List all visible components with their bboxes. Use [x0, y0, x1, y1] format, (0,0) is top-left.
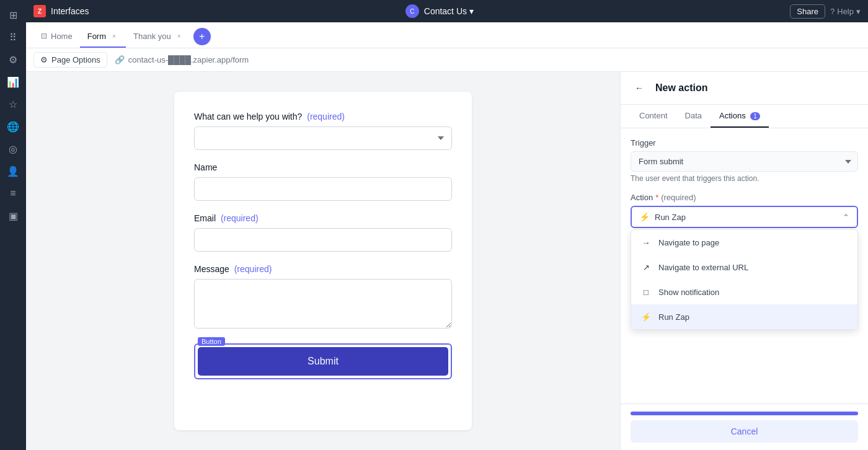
- field-help-with-select[interactable]: [194, 126, 452, 150]
- button-tag: Button: [198, 337, 225, 346]
- panel-tabs: Content Data Actions 1: [621, 105, 868, 128]
- action-dropdown: → Navigate to page ↗ Navigate to externa…: [631, 229, 858, 330]
- tab-thankyou-close[interactable]: ×: [175, 32, 184, 40]
- action-group: Action * (required) ⚡ Run Zap ⌃: [631, 193, 858, 228]
- navigate-url-icon: ↗: [640, 261, 652, 273]
- dropdown-item-navigate-page[interactable]: → Navigate to page: [631, 230, 857, 255]
- field-help-with: What can we help you with? (required): [194, 112, 452, 150]
- sidebar-grid-icon[interactable]: ⠿: [3, 27, 23, 47]
- help-chevron-icon: ▾: [856, 7, 861, 16]
- action-select-button[interactable]: ⚡ Run Zap ⌃: [631, 206, 858, 228]
- sidebar-location-icon[interactable]: ◎: [3, 139, 23, 159]
- link-icon: 🔗: [115, 55, 125, 64]
- sidebar-star-icon[interactable]: ☆: [3, 94, 23, 114]
- topbar-right: Share ? Help ▾: [790, 4, 861, 19]
- form-card: What can we help you with? (required) Na…: [174, 92, 472, 430]
- tab-form-close[interactable]: ×: [110, 32, 118, 40]
- user-avatar: C: [405, 4, 419, 18]
- panel-back-button[interactable]: ←: [631, 79, 648, 97]
- sidebar-layout-icon[interactable]: ▣: [3, 206, 23, 226]
- tab-form[interactable]: Form ×: [80, 25, 126, 48]
- sidebar-settings-icon[interactable]: ⚙: [3, 50, 23, 69]
- field-message-textarea[interactable]: [194, 279, 452, 329]
- content-area: What can we help you with? (required) Na…: [26, 72, 868, 450]
- topbar-center: C Contact Us ▾: [94, 4, 785, 18]
- tab-home[interactable]: ⊡ Home: [33, 25, 80, 48]
- field-message: Message (required): [194, 264, 452, 331]
- help-button[interactable]: ? Help ▾: [830, 7, 861, 16]
- sidebar-list-icon[interactable]: ≡: [3, 183, 23, 203]
- zap-icon: ⚡: [639, 212, 650, 222]
- trigger-group: Trigger Form submit The user event that …: [631, 138, 858, 183]
- dropdown-item-run-zap[interactable]: ⚡ Run Zap: [631, 304, 857, 329]
- share-button[interactable]: Share: [790, 4, 825, 19]
- url-display: 🔗 contact-us-████.zapier.app/form: [115, 55, 249, 64]
- field-email-label: Email (required): [194, 213, 452, 223]
- field-help-with-label: What can we help you with? (required): [194, 112, 452, 121]
- contact-label[interactable]: Contact Us ▾: [424, 6, 474, 16]
- page-options-button[interactable]: ⚙ Page Options: [33, 52, 107, 68]
- help-circle-icon: ?: [830, 7, 835, 16]
- tab-data[interactable]: Data: [676, 105, 711, 128]
- cancel-button[interactable]: Cancel: [631, 420, 858, 443]
- dropdown-item-navigate-url[interactable]: ↗ Navigate to external URL: [631, 255, 857, 280]
- tab-content[interactable]: Content: [631, 105, 676, 128]
- action-label: Action * (required): [631, 193, 858, 202]
- app-logo: Z: [33, 5, 46, 17]
- trigger-select[interactable]: Form submit: [631, 151, 858, 172]
- panel-footer: Cancel: [621, 404, 868, 450]
- actions-badge: 1: [750, 112, 760, 120]
- trigger-label: Trigger: [631, 138, 858, 148]
- navigate-page-icon: →: [640, 236, 652, 249]
- tab-actions[interactable]: Actions 1: [711, 105, 769, 128]
- toolbar: ⚙ Page Options 🔗 contact-us-████.zapier.…: [26, 48, 868, 72]
- run-zap-icon: ⚡: [640, 311, 652, 323]
- chevron-down-icon: ▾: [469, 6, 474, 16]
- notification-icon: □: [640, 286, 652, 298]
- tab-thankyou[interactable]: Thank you ×: [126, 25, 191, 48]
- right-panel: ← New action Content Data Actions 1: [620, 72, 868, 450]
- button-wrapper: Button Submit: [194, 343, 452, 379]
- chevron-icon: ⌃: [843, 213, 849, 222]
- tabbar: ⊡ Home Form × Thank you × +: [26, 22, 868, 48]
- panel-title: New action: [655, 82, 707, 94]
- field-message-label: Message (required): [194, 264, 452, 274]
- sidebar: ⊞ ⠿ ⚙ 📊 ☆ 🌐 ◎ 👤 ≡ ▣: [0, 0, 26, 450]
- topbar: Z Interfaces C Contact Us ▾ Share ? Help…: [26, 0, 868, 22]
- gear-icon: ⚙: [40, 55, 48, 64]
- trigger-help-text: The user event that triggers this action…: [631, 174, 858, 183]
- main-wrapper: Z Interfaces C Contact Us ▾ Share ? Help…: [26, 0, 868, 450]
- add-tab-button[interactable]: +: [193, 28, 211, 45]
- app-title: Interfaces: [51, 6, 89, 16]
- action-select-wrapper: ⚡ Run Zap ⌃ → Navigate to page ↗: [631, 206, 858, 228]
- panel-body: Trigger Form submit The user event that …: [621, 128, 868, 404]
- sidebar-users-icon[interactable]: 👤: [3, 161, 23, 181]
- submit-button[interactable]: Submit: [198, 347, 448, 376]
- home-tab-icon: ⊡: [41, 32, 47, 40]
- save-progress-bar: [631, 412, 858, 415]
- field-name-label: Name: [194, 162, 452, 172]
- field-name-input[interactable]: [194, 177, 452, 201]
- field-email: Email (required): [194, 213, 452, 252]
- field-email-input[interactable]: [194, 228, 452, 252]
- sidebar-globe-icon[interactable]: 🌐: [3, 117, 23, 136]
- form-preview: What can we help you with? (required) Na…: [26, 72, 620, 450]
- panel-header: ← New action: [621, 72, 868, 105]
- dropdown-item-show-notification[interactable]: □ Show notification: [631, 280, 857, 304]
- sidebar-chart-icon[interactable]: 📊: [3, 72, 23, 92]
- sidebar-home-icon[interactable]: ⊞: [3, 5, 23, 25]
- field-name: Name: [194, 162, 452, 201]
